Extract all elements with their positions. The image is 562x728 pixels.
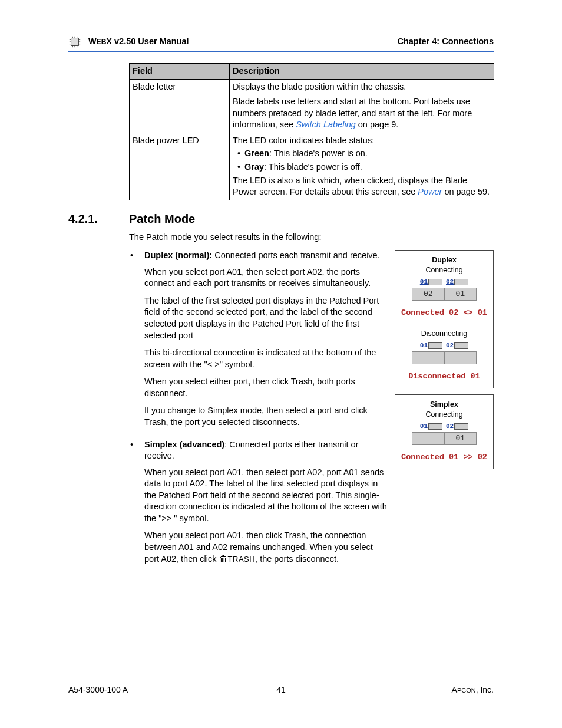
section-number: 4.2.1. — [68, 211, 129, 227]
footer-left: A54-3000-100 A — [68, 684, 210, 696]
cell-desc: Displays the blade position within the c… — [230, 79, 494, 133]
slot-row: 02 01 — [412, 288, 477, 301]
fig-subtitle: Connecting — [400, 410, 488, 420]
chip-icon — [68, 35, 81, 48]
trash-icon: 🗑 — [219, 554, 228, 564]
table-row: Blade letter Displays the blade position… — [130, 79, 494, 133]
svg-rect-0 — [71, 38, 79, 46]
header-right: Chapter 4: Connections — [397, 36, 494, 48]
mode-simplex: • Simplex (advanced): Connected ports ei… — [129, 439, 389, 571]
duplex-p6: If you change to Simplex mode, then sele… — [144, 405, 389, 428]
fields-table: Field Description Blade letter Displays … — [129, 63, 494, 200]
cell-field: Blade power LED — [130, 133, 230, 200]
th-field: Field — [130, 64, 230, 80]
section-title: Patch Mode — [129, 211, 195, 227]
footer-page-number: 41 — [210, 684, 352, 696]
slot-row — [412, 351, 477, 364]
page-header: WEBX v2.50 User Manual Chapter 4: Connec… — [68, 35, 494, 52]
status-text: Connected 02 <> 01 — [400, 308, 488, 318]
port-label: 02 — [446, 341, 468, 350]
section-intro: The Patch mode you select results in the… — [129, 232, 494, 243]
port-label: 01 — [420, 341, 442, 350]
table-row: Blade power LED The LED color indicates … — [130, 133, 494, 200]
port-label: 02 — [446, 422, 468, 431]
header-left: WEBX v2.50 User Manual — [88, 36, 397, 48]
th-description: Description — [230, 64, 494, 80]
figure-simplex: Simplex Connecting 01 02 01 Connected 01… — [395, 394, 494, 469]
fig-title: Duplex — [400, 255, 488, 265]
status-text: Connected 01 >> 02 — [400, 452, 488, 463]
section-heading: 4.2.1. Patch Mode — [68, 211, 494, 227]
port-label: 01 — [420, 422, 442, 431]
duplex-p4: This bi-directional connection is indica… — [144, 347, 389, 370]
fig-subtitle: Connecting — [400, 265, 488, 275]
port-label: 01 — [420, 278, 442, 286]
cell-desc: The LED color indicates blade status: • … — [230, 133, 494, 200]
status-text: Disconnected 01 — [400, 371, 488, 382]
fig-title: Simplex — [400, 400, 488, 410]
duplex-p3: The label of the first selected port dis… — [144, 295, 389, 341]
simplex-p2: When you select port A01, then select po… — [144, 467, 389, 525]
duplex-p2: When you select port A01, then select po… — [144, 266, 389, 289]
footer-right: APCON, Inc. — [352, 684, 494, 696]
slot-row: 01 — [412, 432, 477, 445]
link-power[interactable]: Power — [418, 187, 442, 196]
mode-duplex: • Duplex (normal): Connected ports each … — [129, 250, 389, 434]
figure-duplex: Duplex Connecting 01 02 02 01 Connected … — [395, 250, 494, 388]
page-footer: A54-3000-100 A 41 APCON, Inc. — [68, 684, 494, 696]
simplex-p3: When you select port A01, then click Tra… — [144, 530, 389, 565]
bullet-item: • Gray: This blade's power is off. — [237, 162, 491, 173]
fig-subtitle: Disconnecting — [400, 329, 488, 339]
duplex-p5: When you select either port, then click … — [144, 376, 389, 399]
port-label: 02 — [446, 278, 468, 286]
duplex-label: Duplex (normal): — [144, 251, 212, 260]
link-switch-labeling[interactable]: Switch Labeling — [296, 120, 356, 129]
bullet-item: • Green: This blade's power is on. — [237, 148, 491, 160]
simplex-label: Simplex (advanced) — [144, 440, 224, 449]
cell-field: Blade letter — [130, 79, 230, 133]
